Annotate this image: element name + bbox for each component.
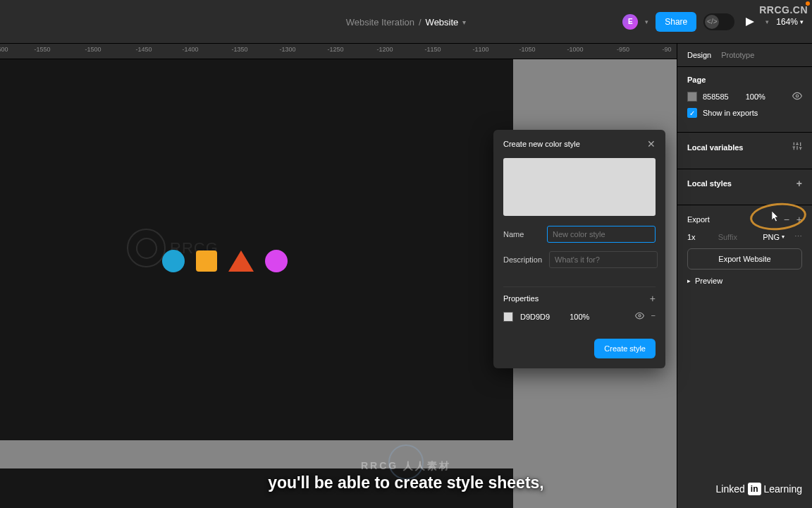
show-exports-row: ✓ Show in exports [687, 108, 802, 118]
ruler-tick: -1200 [376, 46, 393, 53]
local-styles-section: Local styles + [677, 169, 812, 205]
shape-square-orange[interactable] [196, 250, 217, 272]
page-bg-hex[interactable]: 858585 [703, 92, 729, 101]
name-input[interactable] [547, 226, 656, 243]
play-chevron-icon[interactable]: ▾ [765, 18, 769, 25]
ruler-tick: -1250 [327, 46, 343, 53]
shape-circle-magenta[interactable] [265, 250, 288, 272]
create-style-button[interactable]: Create style [594, 339, 656, 358]
ruler-tick: -1450 [135, 46, 152, 53]
preview-row[interactable]: ▸ Preview [687, 277, 802, 285]
horizontal-ruler: -1600-1550-1500-1450-1400-1350-1300-1250… [0, 44, 677, 59]
export-section: Export − + 1x Suffix PNG ▾ ⋯ Export Webs… [677, 205, 812, 294]
ruler-tick: -1000 [567, 46, 583, 53]
breadcrumb-separator: / [419, 16, 422, 27]
svg-point-1 [796, 95, 799, 97]
zoom-value[interactable]: 164% [776, 17, 798, 27]
style-preview-swatch[interactable] [503, 158, 656, 216]
property-visibility-icon[interactable] [635, 311, 644, 322]
topbar: Website Iteration / Website ▾ E ▾ Share … [0, 0, 812, 44]
export-format-value: PNG [763, 233, 780, 241]
tab-prototype[interactable]: Prototype [721, 51, 754, 59]
name-row: Name [503, 226, 656, 243]
property-hex[interactable]: D9D9D9 [520, 313, 550, 321]
export-title: Export [687, 215, 710, 224]
learning-text: Learning [764, 483, 803, 495]
dialog-header: Create new color style ✕ [493, 130, 665, 158]
export-suffix-input[interactable]: Suffix [718, 233, 737, 241]
page-section-title: Page [687, 75, 802, 84]
dialog-title: Create new color style [503, 140, 580, 148]
dialog-body: Name Description [493, 216, 665, 286]
chevron-down-icon: ▾ [782, 234, 785, 240]
video-subtitle: you'll be able to create style sheets, [268, 473, 544, 492]
linkedin-learning-logo: Linkedin Learning [716, 483, 802, 495]
chevron-down-icon[interactable]: ▾ [800, 18, 804, 25]
name-label: Name [503, 230, 540, 238]
local-styles-title: Local styles + [687, 178, 802, 189]
create-color-style-dialog: Create new color style ✕ Name Descriptio… [493, 130, 665, 368]
dev-mode-toggle[interactable]: </> [703, 13, 734, 30]
frame-dark[interactable]: RRCG [0, 59, 513, 440]
breadcrumb[interactable]: Website Iteration / Website ▾ [346, 16, 467, 27]
close-icon[interactable]: ✕ [647, 138, 656, 150]
watermark-dot [806, 1, 810, 6]
local-variables-title: Local variables [687, 141, 802, 153]
right-panel: Design Prototype Page 858585 100% ✓ Show… [677, 44, 812, 508]
export-header: Export − + [687, 214, 802, 225]
page-bg-opacity[interactable]: 100% [746, 92, 765, 101]
share-button[interactable]: Share [656, 12, 696, 32]
ruler-tick: -1300 [279, 46, 295, 53]
show-exports-checkbox[interactable]: ✓ [687, 108, 697, 118]
variables-settings-icon[interactable] [792, 141, 802, 153]
visibility-toggle-icon[interactable] [792, 91, 802, 102]
properties-section: Properties + D9D9D9 100% − [493, 286, 665, 332]
ruler-tick: -90 [662, 46, 671, 53]
description-row: Description [503, 251, 656, 268]
export-more-icon[interactable]: ⋯ [794, 232, 802, 241]
panel-tabs: Design Prototype [677, 44, 812, 67]
description-input[interactable] [549, 251, 658, 268]
export-button[interactable]: Export Website [687, 248, 802, 270]
page-bg-swatch[interactable] [687, 92, 697, 102]
chevron-down-icon[interactable]: ▾ [462, 18, 466, 25]
ruler-tick: -950 [617, 46, 629, 53]
ruler-tick: -1600 [0, 46, 8, 53]
properties-header: Properties + [503, 286, 656, 304]
breadcrumb-page[interactable]: Website [426, 16, 459, 27]
page-bg-row: 858585 100% [687, 91, 802, 102]
add-property-icon[interactable]: + [650, 293, 656, 304]
shape-circle-blue[interactable] [162, 250, 185, 272]
tab-design[interactable]: Design [687, 51, 711, 59]
property-swatch[interactable] [503, 312, 513, 322]
shape-triangle-red[interactable] [228, 250, 254, 272]
page-section: Page 858585 100% ✓ Show in exports [677, 67, 812, 133]
remove-export-icon[interactable]: − [784, 214, 789, 225]
breadcrumb-file[interactable]: Website Iteration [346, 16, 414, 27]
watermark-rrcg: RRCG.CN [759, 4, 808, 16]
export-config-row: 1x Suffix PNG ▾ ⋯ [687, 232, 802, 241]
remove-property-icon[interactable]: − [651, 311, 656, 322]
add-style-icon[interactable]: + [796, 178, 802, 189]
avatar-chevron-icon[interactable]: ▾ [645, 18, 648, 25]
svg-point-11 [638, 315, 640, 317]
zoom-control[interactable]: 164% ▾ [776, 17, 804, 27]
preview-label: Preview [695, 277, 722, 285]
ruler-tick: -1350 [231, 46, 247, 53]
present-button[interactable] [742, 13, 758, 30]
ruler-tick: -1400 [182, 46, 198, 53]
properties-title: Properties [503, 294, 539, 303]
dialog-actions: Create style [493, 332, 665, 368]
linkedin-in-icon: in [748, 483, 761, 495]
subtitle-secondary: RRCG 人人素材 [361, 460, 451, 473]
export-format-select[interactable]: PNG ▾ [763, 233, 785, 241]
ruler-tick: -1500 [85, 46, 101, 53]
main: -1600-1550-1500-1450-1400-1350-1300-1250… [0, 44, 812, 508]
ruler-tick: -1550 [34, 46, 50, 53]
local-styles-label: Local styles [687, 179, 732, 188]
avatar[interactable]: E [622, 14, 638, 30]
add-export-icon[interactable]: + [796, 214, 802, 225]
export-scale[interactable]: 1x [687, 233, 696, 241]
property-opacity[interactable]: 100% [570, 313, 589, 321]
preview-chevron-icon: ▸ [687, 277, 691, 284]
